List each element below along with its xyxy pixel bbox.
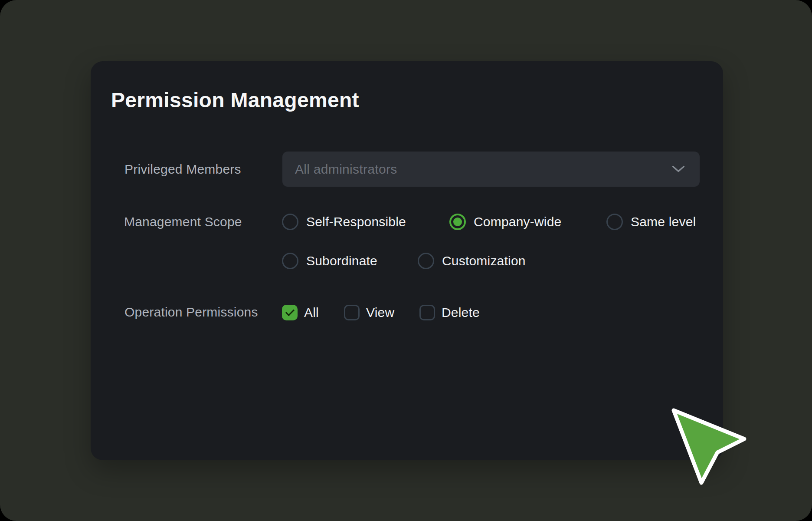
checkbox-option-all[interactable]: All xyxy=(282,304,319,321)
checkbox-option-label: View xyxy=(366,306,394,319)
radio-option-label: Subordinate xyxy=(306,254,377,267)
radio-option-label: Company-wide xyxy=(474,215,561,228)
radio-option-label: Customization xyxy=(442,254,526,267)
permission-management-panel: Permission Management Privileged Members… xyxy=(91,61,723,460)
checkbox-option-delete[interactable]: Delete xyxy=(419,304,480,321)
radio-option-subordinate[interactable]: Subordinate xyxy=(282,253,377,269)
chevron-down-icon xyxy=(672,165,685,173)
checkbox-option-label: Delete xyxy=(442,306,480,319)
operation-permissions-label: Operation Permissions xyxy=(124,306,258,319)
radio-icon xyxy=(606,214,623,230)
radio-option-customization[interactable]: Customization xyxy=(418,253,526,269)
radio-option-label: Self-Responsible xyxy=(306,215,406,228)
checkbox-icon xyxy=(419,305,435,320)
checkbox-option-view[interactable]: View xyxy=(344,304,394,321)
radio-icon xyxy=(282,253,298,269)
screen-canvas: Permission Management Privileged Members… xyxy=(0,0,812,521)
privileged-members-select[interactable]: All administrators xyxy=(282,152,700,187)
radio-icon xyxy=(282,214,298,230)
privileged-members-label: Privileged Members xyxy=(124,163,241,176)
checkbox-icon xyxy=(344,305,360,320)
management-scope-label: Management Scope xyxy=(124,215,242,228)
radio-option-same-level[interactable]: Same level xyxy=(606,214,696,230)
radio-selected-icon xyxy=(449,214,466,230)
select-placeholder-text: All administrators xyxy=(295,163,672,176)
checkbox-checked-icon xyxy=(282,305,298,320)
radio-option-company-wide[interactable]: Company-wide xyxy=(449,214,561,230)
radio-option-label: Same level xyxy=(631,215,696,228)
radio-icon xyxy=(418,253,434,269)
checkbox-option-label: All xyxy=(304,306,319,319)
radio-option-self-responsible[interactable]: Self-Responsible xyxy=(282,214,406,230)
page-title: Permission Management xyxy=(111,89,359,112)
